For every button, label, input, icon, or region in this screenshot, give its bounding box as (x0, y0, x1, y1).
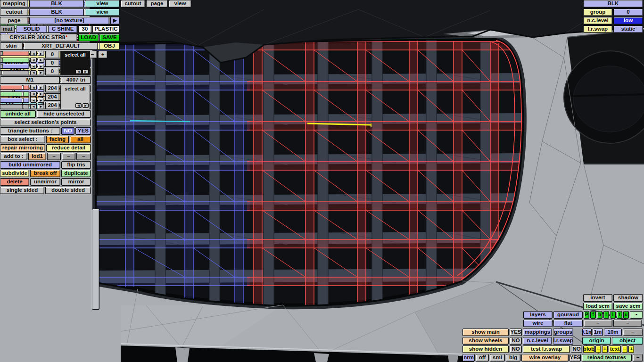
select-all-material[interactable]: select all (61, 86, 90, 91)
color-preview-m1[interactable]: select all ◀ ▶ (60, 85, 90, 109)
channel-p-button[interactable]: P (584, 311, 589, 319)
alpha-slider[interactable] (0, 70, 29, 75)
step-left-button[interactable]: ◀ (30, 64, 37, 69)
show-main-button[interactable]: show main (462, 329, 509, 336)
channel-t-button[interactable]: t (617, 311, 622, 319)
lr-swap-button[interactable]: l.r.swap (553, 337, 573, 345)
material-scrollbar[interactable] (92, 209, 99, 310)
box-select-all[interactable]: all (70, 136, 91, 143)
dash-button[interactable]: – (584, 320, 612, 327)
show-hidden-toggle[interactable]: NO (510, 346, 522, 353)
mirror-button[interactable]: mirror (61, 178, 91, 186)
blue-value[interactable]: 0 (45, 68, 59, 75)
triangle-buttons-yes[interactable]: YES (75, 127, 91, 135)
dash-button[interactable]: – (623, 329, 643, 336)
add-to-dash[interactable]: – (62, 153, 75, 160)
prev-left-button[interactable]: ◀ (75, 69, 82, 74)
menu-view[interactable]: view (169, 0, 191, 8)
lod-plus-button[interactable]: + (98, 51, 107, 58)
flat-button[interactable]: flat (553, 320, 583, 327)
hide-unselected-button[interactable]: hide unselected (37, 110, 91, 118)
blob-minus-button[interactable]: – (595, 346, 601, 353)
mapping-label[interactable]: mapping (0, 0, 28, 8)
delete-button[interactable]: delete (0, 178, 29, 186)
wire-button[interactable]: wire (523, 320, 553, 327)
step-right-button[interactable]: ▶ (38, 85, 44, 90)
channel-f-button[interactable]: f (590, 311, 596, 319)
nrm-off-button[interactable]: off (476, 354, 489, 362)
step-right-button[interactable]: ▶ (38, 51, 44, 56)
red-slider[interactable] (0, 51, 29, 56)
green-slider[interactable] (0, 91, 29, 97)
model-name[interactable]: CRYSLER 300C STR8* (0, 34, 77, 41)
step-left-button[interactable]: ◀ (30, 98, 37, 103)
test-lr-swap-toggle[interactable]: NO (571, 346, 582, 353)
mappings-button[interactable]: mappings (523, 329, 552, 336)
add-to-dash[interactable]: – (76, 153, 91, 160)
wire-overlay-toggle[interactable]: YES (570, 354, 581, 362)
lr-swap-label[interactable]: l.r.swap (583, 25, 612, 33)
mat-shine-button[interactable]: C SHINE (48, 25, 77, 33)
nrm-sml-button[interactable]: sml (490, 354, 505, 362)
object-button[interactable]: object (612, 337, 643, 345)
wire-overlay-button[interactable]: wire overlay (521, 354, 569, 362)
nrm-big-button[interactable]: big (506, 354, 520, 362)
double-sided-button[interactable]: double sided (45, 187, 91, 194)
select-all-material[interactable]: select all (61, 52, 90, 58)
text-minus-button[interactable]: – (622, 346, 627, 353)
blue-slider[interactable] (0, 64, 29, 69)
step-right-button[interactable]: ▶ (38, 104, 44, 109)
build-unmirrored-button[interactable]: build unmirrored (0, 161, 60, 169)
reduce-detail-button[interactable]: reduce detail (46, 144, 91, 152)
text-button[interactable]: text (609, 346, 621, 353)
prev-left-button[interactable]: ◀ (75, 103, 82, 108)
dash-button[interactable]: – (633, 354, 643, 362)
channel-dot-button[interactable]: • (630, 311, 643, 319)
channel-l-button[interactable]: l (610, 311, 616, 319)
mat-solid-button[interactable]: SOLID (16, 25, 47, 33)
add-to-lod1[interactable]: lod1 (28, 153, 46, 160)
save-button[interactable]: SAVE (99, 34, 120, 41)
mapping-value[interactable]: BLK (29, 0, 84, 8)
unmirror-button[interactable]: unmirror (30, 178, 60, 186)
red-value[interactable]: 0 (45, 51, 59, 58)
channel-b-button[interactable]: b (597, 311, 603, 319)
dash-button[interactable]: – (613, 320, 642, 327)
mat-plastic-button[interactable]: PLASTIC (92, 25, 120, 33)
color-preview-under[interactable]: select all ◀ ▶ (60, 51, 90, 75)
show-main-toggle[interactable]: YES (510, 329, 522, 336)
nc-level-button[interactable]: n.c.level (523, 337, 552, 345)
flip-tris-button[interactable]: flip tris (61, 161, 91, 169)
step-left-button[interactable]: ◀ (30, 51, 37, 56)
duplicate-button[interactable]: duplicate (61, 170, 91, 177)
reload-textures-button[interactable]: reload textures (582, 354, 632, 362)
group-label[interactable]: group (583, 8, 612, 16)
show-hidden-button[interactable]: show hidden (462, 346, 509, 353)
blue-slider[interactable] (0, 98, 29, 103)
page-next-button[interactable]: ▶ (110, 17, 120, 25)
add-to-dash[interactable]: – (47, 153, 61, 160)
test-lr-swap-button[interactable]: test l.r.swap (523, 346, 570, 353)
nc-level-label[interactable]: n.c.level (583, 17, 612, 25)
step-right-button[interactable]: ▶ (38, 91, 44, 97)
shadow-button[interactable]: shadow (613, 294, 643, 302)
skin-value[interactable]: XRT_DEFAULT (24, 42, 98, 50)
nrm-button[interactable]: nrm (462, 354, 475, 362)
blob-plus-button[interactable]: + (602, 346, 608, 353)
prev-right-button[interactable]: ▶ (83, 69, 89, 74)
gouraud-button[interactable]: gouraud (553, 311, 583, 319)
nc-level-value[interactable]: low (613, 17, 643, 25)
break-off-button[interactable]: break off (30, 170, 60, 177)
grid-1m-button[interactable]: 1m (593, 329, 603, 336)
mapping-view-button[interactable]: view (85, 0, 120, 8)
select-selection-points-button[interactable]: select selection's points (0, 119, 91, 126)
green-slider[interactable] (0, 58, 29, 63)
blob-button[interactable]: blob (583, 346, 594, 353)
show-wheels-button[interactable]: show wheels (462, 337, 509, 345)
skin-label[interactable]: skin (0, 42, 23, 50)
green-value[interactable]: 204 (45, 93, 59, 101)
blue-value[interactable]: 204 (45, 102, 59, 109)
subobject-title[interactable]: BLK (583, 0, 643, 8)
triangle-buttons-no[interactable]: NO (61, 127, 74, 135)
shine-value[interactable]: 30 (78, 25, 91, 33)
